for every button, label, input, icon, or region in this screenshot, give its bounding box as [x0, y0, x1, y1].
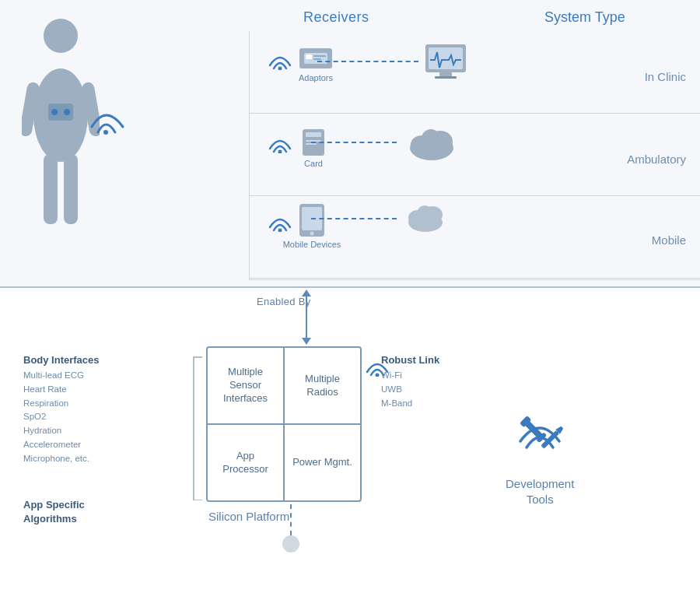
row-label-in-clinic: In Clinic: [645, 70, 686, 83]
dev-tools-icon: [506, 409, 574, 472]
receiver-row-1: Adaptors: [268, 45, 334, 75]
dotted-line-1: [317, 61, 418, 62]
receivers-header: Receivers: [303, 9, 369, 26]
enabled-by-label: Enabled By: [257, 296, 311, 307]
chip-cell-app: App Processor: [208, 424, 284, 500]
svg-point-29: [278, 229, 282, 233]
bracket-top: [193, 356, 202, 358]
svg-point-8: [64, 109, 70, 115]
chip-dot-circle: [282, 535, 299, 553]
app-algo-line2: Algorithms: [23, 512, 85, 526]
chip-box: Multiple Sensor Interfaces Multiple Radi…: [206, 346, 362, 502]
dotted-line-3: [311, 218, 397, 219]
dev-tools-block: Development Tools: [506, 409, 574, 507]
svg-point-20: [278, 150, 282, 154]
chip-dot-line: [290, 504, 292, 535]
app-algo-block: App Specific Algorithms: [23, 498, 85, 526]
body-item-6: Accelerometer: [23, 438, 100, 452]
svg-rect-18: [439, 72, 452, 76]
adaptor-icon-wrap: Adaptors: [298, 45, 334, 75]
svg-rect-3: [64, 154, 78, 224]
chip-cell-sensor: Multiple Sensor Interfaces: [208, 348, 284, 424]
robust-item-1: Wi-Fi: [381, 369, 439, 383]
body-interfaces-block: Body Interfaces Multi-lead ECG Heart Rat…: [23, 354, 100, 466]
robust-item-2: UWB: [381, 383, 439, 397]
receiver-row-2: Card: [268, 126, 329, 160]
svg-point-32: [310, 232, 314, 236]
body-item-1: Multi-lead ECG: [23, 369, 100, 383]
card-label: Card: [304, 159, 323, 168]
svg-point-36: [417, 205, 432, 221]
dev-tools-label: Development Tools: [506, 476, 574, 507]
svg-point-0: [44, 19, 78, 53]
systemtype-header: System Type: [544, 9, 625, 26]
svg-point-9: [103, 130, 108, 135]
robust-link-title: Robust Link: [381, 354, 439, 366]
cloud-icon-2: [404, 201, 447, 235]
chip-down-arrow: [282, 504, 299, 553]
receiver-row-3: Mobile Devices: [268, 202, 326, 241]
body-item-4: SpO2: [23, 410, 100, 424]
svg-point-28: [422, 129, 440, 148]
enabled-by-arrow: [306, 296, 307, 339]
wifi-icon-row2: [268, 133, 292, 153]
monitor-icon: [424, 43, 467, 82]
cloud-icon: [404, 123, 459, 165]
svg-rect-15: [313, 58, 321, 60]
adaptor-icon: [298, 45, 334, 72]
chip-cell-power: Power Mgmt.: [284, 424, 360, 500]
body-item-5: Hydration: [23, 424, 100, 438]
bottom-section: Enabled By Body Interfaces Multi-lead EC…: [0, 288, 700, 607]
bracket-line: [193, 356, 194, 500]
wifi-icon-row1: [268, 50, 292, 70]
svg-rect-14: [313, 55, 326, 57]
mobile-icon: [298, 202, 326, 238]
svg-rect-22: [306, 132, 321, 137]
dotted-line-2: [311, 142, 397, 143]
mobile-icon-wrap: Mobile Devices: [298, 202, 326, 241]
body-interfaces-title: Body Interfaces: [23, 354, 100, 366]
row-label-ambulatory: Ambulatory: [627, 153, 686, 166]
mobile-label: Mobile Devices: [283, 240, 341, 249]
robust-item-3: M-Band: [381, 397, 439, 411]
svg-point-10: [278, 67, 282, 71]
bracket-bottom: [193, 500, 202, 501]
silicon-platform-label: Silicon Platform: [208, 510, 289, 523]
row-label-mobile: Mobile: [652, 233, 686, 247]
robust-link-block: Robust Link Wi-Fi UWB M-Band: [381, 354, 439, 410]
chest-wifi-icon: [84, 100, 127, 138]
wifi-icon-row3: [268, 212, 292, 232]
svg-rect-13: [306, 54, 312, 59]
adaptor-label: Adaptors: [299, 73, 333, 82]
svg-rect-24: [306, 143, 317, 145]
svg-rect-19: [435, 76, 457, 79]
chip-cell-radios: Multiple Radios: [284, 348, 360, 424]
card-icon-wrap: Card: [298, 126, 329, 160]
svg-point-7: [51, 109, 58, 115]
body-item-7: Microphone, etc.: [23, 452, 100, 466]
top-section: Receivers System Type In Clinic Ambulato…: [0, 0, 700, 288]
body-item-2: Heart Rate: [23, 383, 100, 397]
svg-rect-2: [44, 154, 58, 224]
svg-point-37: [376, 374, 380, 377]
svg-rect-17: [429, 47, 463, 69]
app-algo-line1: App Specific: [23, 498, 85, 512]
body-item-3: Respiration: [23, 397, 100, 411]
